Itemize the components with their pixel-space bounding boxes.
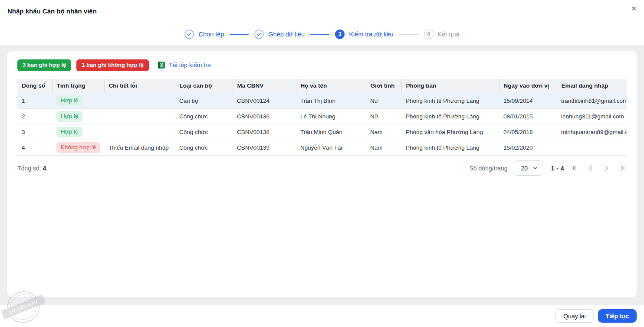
- cell-full-name: Trần Thị Bình: [296, 93, 366, 109]
- cell-status: Hợp lệ: [52, 93, 104, 109]
- download-link-label: Tải tệp kiểm tra: [169, 62, 210, 69]
- cell-email: lenhung311@gmail.com: [557, 109, 627, 124]
- cell-email: minhquantran89@gmail.com: [557, 124, 627, 140]
- summary-row: 3 bản ghi hợp lệ 1 bản ghi không hợp lệ …: [17, 59, 627, 71]
- column-header: Ngày vào đơn vị: [499, 79, 557, 93]
- cell-gender: Nam: [366, 124, 401, 140]
- stepper-connector: [310, 34, 329, 35]
- invalid-records-badge: 1 bản ghi không hợp lệ: [76, 59, 149, 71]
- import-staff-dialog: Nhập khẩu Cán bộ nhân viên ✕ Chọn tệp Gh…: [0, 0, 644, 327]
- table-row[interactable]: 2 Hợp lệ Công chức CBNV00136 Lê Thị Nhun…: [17, 109, 627, 124]
- cell-staff-code: CBNV00139: [233, 140, 296, 156]
- cell-staff-code: CBNV00136: [233, 109, 296, 124]
- back-button[interactable]: Quay lại: [555, 309, 593, 323]
- first-page-button[interactable]: [571, 165, 580, 171]
- page-size-select[interactable]: 20: [514, 160, 543, 176]
- cell-error-detail: [104, 124, 175, 140]
- stepper-connector: [230, 34, 249, 35]
- previous-page-button[interactable]: [586, 165, 595, 171]
- page-range: 1 - 4: [551, 165, 564, 172]
- validation-card: 3 bản ghi hợp lệ 1 bản ghi không hợp lệ …: [7, 51, 637, 297]
- step-check-data[interactable]: 3 Kiểm tra dữ liệu: [335, 29, 393, 39]
- continue-button[interactable]: Tiếp tục: [598, 309, 637, 323]
- cell-join-date: 04/05/2018: [499, 124, 557, 140]
- dialog-title: Nhập khẩu Cán bộ nhân viên: [7, 7, 97, 15]
- total-count: Tổng số:4: [17, 165, 46, 172]
- status-badge: Hợp lệ: [56, 111, 82, 122]
- step-done-check-icon: [254, 29, 264, 39]
- cell-error-detail: [104, 93, 175, 109]
- cell-staff-type: Công chức: [175, 124, 233, 140]
- stepper-connector: [399, 34, 418, 35]
- cell-staff-code: CBNV00124: [233, 93, 296, 109]
- cell-join-date: 15/09/2014: [499, 93, 557, 109]
- cell-gender: Nam: [366, 140, 401, 156]
- table-header-row: Dòng sốTình trạngChi tiết lỗiLoại cán bộ…: [17, 79, 627, 93]
- cell-full-name: Nguyễn Văn Tài: [296, 140, 366, 156]
- total-label: Tổng số:: [17, 165, 41, 172]
- cell-join-date: 15/02/2020: [499, 140, 557, 156]
- cell-error-detail: Thiếu Email đăng nhập: [104, 140, 175, 156]
- step-number-pending: 4: [424, 29, 434, 39]
- chevron-down-icon: [532, 165, 538, 171]
- step-label: Chọn tệp: [198, 31, 224, 38]
- cell-department: Phòng văn hóa Phường Láng: [401, 124, 499, 140]
- step-label: Kiểm tra dữ liệu: [349, 31, 393, 38]
- rows-per-page-label: Số dòng/trang: [470, 165, 508, 172]
- dialog-footer: Quay lại Tiếp tục: [0, 305, 644, 327]
- step-label: Kết quả: [438, 31, 460, 38]
- cell-gender: Nữ: [366, 109, 401, 124]
- cell-status: Hợp lệ: [52, 109, 104, 124]
- cell-row-number: 2: [17, 109, 52, 124]
- step-label: Ghép dữ liệu: [268, 31, 305, 38]
- cell-gender: Nữ: [366, 93, 401, 109]
- cell-department: Phòng kinh tế Phường Láng: [401, 109, 499, 124]
- total-value: 4: [43, 165, 46, 172]
- close-icon[interactable]: ✕: [631, 5, 637, 12]
- download-check-file-link[interactable]: X Tải tệp kiểm tra: [158, 61, 210, 69]
- status-badge: Không hợp lệ: [56, 142, 100, 153]
- step-choose-file[interactable]: Chọn tệp: [184, 29, 224, 39]
- cell-row-number: 3: [17, 124, 52, 140]
- status-badge: Hợp lệ: [56, 127, 82, 137]
- cell-staff-code: CBNV00138: [233, 124, 296, 140]
- last-page-button[interactable]: [618, 165, 627, 171]
- step-map-data[interactable]: Ghép dữ liệu: [254, 29, 305, 39]
- cell-status: Hợp lệ: [52, 124, 104, 140]
- column-header: Chi tiết lỗi: [104, 79, 175, 93]
- cell-department: Phòng kinh tế Phường Láng: [401, 93, 499, 109]
- cell-row-number: 1: [17, 93, 52, 109]
- column-header: Tình trạng: [52, 79, 104, 93]
- cell-error-detail: [104, 109, 175, 124]
- svg-text:X: X: [160, 62, 163, 68]
- page-size-value: 20: [521, 165, 528, 172]
- cell-full-name: Lê Thị Nhung: [296, 109, 366, 124]
- status-badge: Hợp lệ: [56, 95, 82, 106]
- cell-email: [557, 140, 627, 156]
- column-header: Phòng ban: [401, 79, 499, 93]
- column-header: Mã CBNV: [233, 79, 296, 93]
- cell-email: tranthibinh81@gmail.com: [557, 93, 627, 109]
- table-row[interactable]: 3 Hợp lệ Công chức CBNV00138 Trần Minh Q…: [17, 124, 627, 140]
- column-header: Họ và tên: [296, 79, 366, 93]
- cell-staff-type: Công chức: [175, 109, 233, 124]
- column-header: Giới tính: [366, 79, 401, 93]
- stepper: Chọn tệp Ghép dữ liệu 3 Kiểm tra dữ liệu…: [0, 29, 644, 39]
- cell-full-name: Trần Minh Quân: [296, 124, 366, 140]
- table-row[interactable]: 1 Hợp lệ Cán bộ CBNV00124 Trần Thị Bình …: [17, 93, 627, 109]
- cell-status: Không hợp lệ: [52, 140, 104, 156]
- dialog-body: 3 bản ghi hợp lệ 1 bản ghi không hợp lệ …: [0, 45, 644, 305]
- dialog-header: Nhập khẩu Cán bộ nhân viên ✕ Chọn tệp Gh…: [0, 0, 644, 45]
- validation-table: Dòng sốTình trạngChi tiết lỗiLoại cán bộ…: [17, 79, 627, 156]
- next-page-button[interactable]: [602, 165, 611, 171]
- cell-staff-type: Công chức: [175, 140, 233, 156]
- cell-department: Phòng kinh tế Phường Láng: [401, 140, 499, 156]
- excel-icon: X: [158, 61, 165, 69]
- step-done-check-icon: [184, 29, 194, 39]
- cell-staff-type: Cán bộ: [175, 93, 233, 109]
- table-row[interactable]: 4 Không hợp lệ Thiếu Email đăng nhập Côn…: [17, 140, 627, 156]
- column-header: Dòng số: [17, 79, 52, 93]
- step-number-active: 3: [335, 29, 345, 39]
- step-result[interactable]: 4 Kết quả: [424, 29, 460, 39]
- valid-records-badge: 3 bản ghi hợp lệ: [17, 59, 71, 71]
